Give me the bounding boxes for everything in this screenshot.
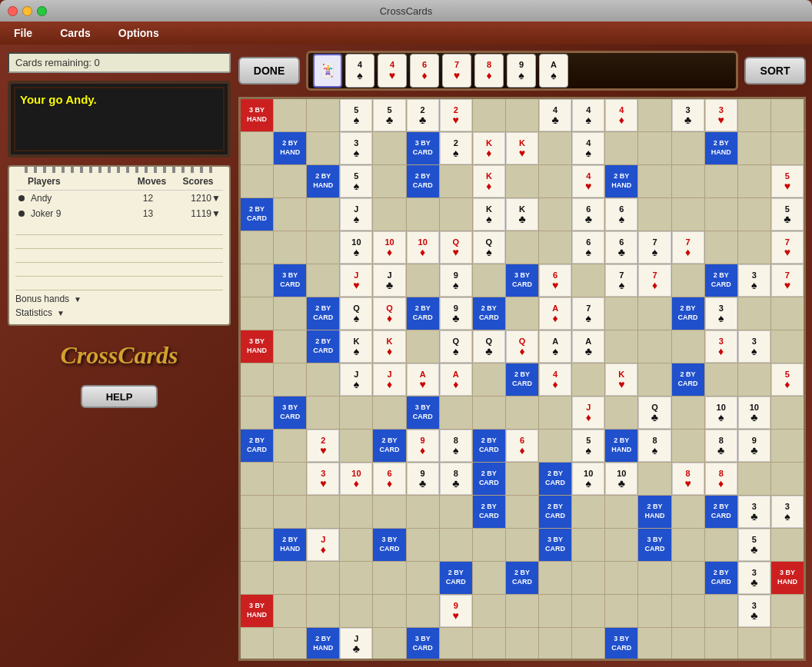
grid-cell-10-5[interactable]: 9♦ — [407, 430, 439, 462]
grid-cell-12-14[interactable]: 2 BYCARD — [705, 496, 737, 528]
grid-cell-3-5[interactable] — [407, 198, 439, 231]
grid-cell-11-2[interactable]: 3♥ — [307, 463, 339, 495]
grid-cell-13-9[interactable]: 3 BYCARD — [539, 529, 571, 561]
grid-cell-12-6[interactable] — [440, 496, 472, 528]
grid-cell-10-0[interactable]: 2 BYCARD — [241, 430, 273, 462]
grid-cell-9-15[interactable]: 10♣ — [738, 397, 770, 429]
grid-cell-11-8[interactable] — [506, 463, 538, 495]
grid-cell-1-5[interactable]: 3 BYCARD — [407, 132, 439, 164]
hand-card-as[interactable]: A ♠ — [539, 54, 568, 88]
grid-cell-12-2[interactable] — [307, 496, 339, 528]
grid-cell-4-8[interactable] — [506, 231, 538, 264]
grid-cell-15-14[interactable] — [705, 595, 737, 627]
grid-cell-12-16[interactable]: 3♠ — [771, 496, 804, 528]
grid-cell-11-5[interactable]: 9♣ — [407, 463, 439, 495]
grid-cell-13-12[interactable]: 3 BYCARD — [638, 529, 671, 561]
grid-cell-5-13[interactable] — [672, 264, 704, 297]
grid-cell-4-3[interactable]: 10♠ — [340, 231, 372, 264]
hand-card-4h[interactable]: 4 ♥ — [378, 54, 407, 88]
grid-cell-11-16[interactable] — [771, 463, 804, 495]
minimize-button[interactable] — [22, 6, 32, 16]
grid-cell-16-6[interactable] — [440, 628, 472, 660]
help-button[interactable]: HELP — [81, 385, 158, 408]
grid-cell-2-14[interactable] — [705, 165, 737, 197]
grid-cell-14-13[interactable] — [672, 562, 704, 594]
menu-cards[interactable]: Cards — [54, 25, 97, 41]
grid-cell-14-1[interactable] — [274, 562, 306, 594]
grid-cell-6-16[interactable] — [771, 297, 804, 330]
grid-cell-4-14[interactable] — [705, 231, 737, 264]
grid-cell-8-7[interactable] — [473, 363, 505, 396]
grid-cell-4-15[interactable] — [738, 231, 770, 264]
grid-cell-8-2[interactable] — [307, 363, 339, 396]
grid-cell-8-10[interactable] — [572, 363, 604, 396]
grid-cell-8-9[interactable]: 4♦ — [539, 363, 571, 396]
done-button[interactable]: DONE — [238, 57, 300, 85]
grid-cell-11-7[interactable]: 2 BYCARD — [473, 463, 505, 495]
grid-cell-7-14[interactable]: 3♦ — [705, 330, 737, 363]
grid-cell-9-0[interactable] — [241, 397, 273, 429]
grid-cell-15-4[interactable] — [373, 595, 405, 627]
grid-cell-2-4[interactable] — [373, 165, 405, 197]
grid-cell-0-1[interactable] — [274, 99, 306, 131]
grid-cell-6-15[interactable] — [738, 297, 770, 330]
grid-cell-8-12[interactable] — [638, 363, 671, 396]
grid-cell-12-8[interactable] — [506, 496, 538, 528]
grid-cell-1-15[interactable] — [738, 132, 770, 164]
grid-cell-2-6[interactable] — [440, 165, 472, 197]
grid-cell-3-7[interactable]: K♠ — [473, 198, 505, 231]
grid-cell-7-3[interactable]: K♠ — [340, 330, 372, 363]
grid-cell-6-1[interactable] — [274, 297, 306, 330]
hand-card-8d[interactable]: 8 ♦ — [474, 54, 504, 88]
grid-cell-3-11[interactable]: 6♠ — [605, 198, 637, 231]
grid-cell-8-3[interactable]: J♠ — [340, 363, 372, 396]
grid-cell-4-12[interactable]: 7♠ — [638, 231, 671, 264]
grid-cell-11-10[interactable]: 10♠ — [572, 463, 604, 495]
grid-cell-8-14[interactable] — [705, 363, 737, 396]
grid-cell-10-11[interactable]: 2 BYHAND — [605, 430, 637, 462]
grid-cell-9-12[interactable]: Q♣ — [638, 397, 671, 429]
grid-cell-12-9[interactable]: 2 BYCARD — [539, 496, 571, 528]
grid-cell-15-1[interactable] — [274, 595, 306, 627]
grid-cell-16-10[interactable] — [572, 628, 604, 660]
grid-cell-14-4[interactable] — [373, 562, 405, 594]
grid-cell-16-11[interactable]: 3 BYCARD — [605, 628, 637, 660]
grid-cell-8-0[interactable] — [241, 363, 273, 396]
grid-cell-14-7[interactable] — [473, 562, 505, 594]
grid-cell-8-8[interactable]: 2 BYCARD — [506, 363, 538, 396]
hand-card-7h[interactable]: 7 ♥ — [442, 54, 471, 88]
grid-cell-6-2[interactable]: 2 BYCARD — [307, 297, 339, 330]
grid-cell-0-15[interactable] — [738, 99, 770, 131]
grid-cell-16-0[interactable] — [241, 628, 273, 660]
grid-cell-10-10[interactable]: 5♠ — [572, 430, 604, 462]
grid-cell-10-7[interactable]: 2 BYCARD — [473, 430, 505, 462]
hand-card-6d[interactable]: 6 ♦ — [410, 54, 439, 88]
grid-cell-12-5[interactable] — [407, 496, 439, 528]
grid-cell-12-4[interactable] — [373, 496, 405, 528]
grid-cell-4-10[interactable]: 6♠ — [572, 231, 604, 264]
grid-cell-14-2[interactable] — [307, 562, 339, 594]
grid-cell-5-14[interactable]: 2 BYCARD — [705, 264, 737, 297]
grid-cell-9-16[interactable] — [771, 397, 804, 429]
grid-cell-12-3[interactable] — [340, 496, 372, 528]
grid-cell-12-12[interactable]: 2 BYHAND — [638, 496, 671, 528]
grid-cell-3-2[interactable] — [307, 198, 339, 231]
grid-cell-16-14[interactable] — [705, 628, 737, 660]
grid-cell-15-5[interactable] — [407, 595, 439, 627]
grid-cell-14-0[interactable] — [241, 562, 273, 594]
grid-cell-7-11[interactable] — [605, 330, 637, 363]
grid-cell-7-15[interactable]: 3♠ — [738, 330, 770, 363]
grid-cell-7-5[interactable] — [407, 330, 439, 363]
grid-cell-5-16[interactable]: 7♥ — [771, 264, 804, 297]
grid-cell-6-12[interactable] — [638, 297, 671, 330]
grid-cell-5-8[interactable]: 3 BYCARD — [506, 264, 538, 297]
hand-card-joker[interactable]: 🃏 — [313, 54, 342, 88]
grid-cell-7-0[interactable]: 3 BYHAND — [241, 330, 273, 363]
grid-cell-1-4[interactable] — [373, 132, 405, 164]
grid-cell-1-3[interactable]: 3♠ — [340, 132, 372, 164]
grid-cell-11-6[interactable]: 8♣ — [440, 463, 472, 495]
grid-cell-14-12[interactable] — [638, 562, 671, 594]
grid-cell-0-8[interactable] — [506, 99, 538, 131]
grid-cell-15-11[interactable] — [605, 595, 637, 627]
grid-cell-2-1[interactable] — [274, 165, 306, 197]
